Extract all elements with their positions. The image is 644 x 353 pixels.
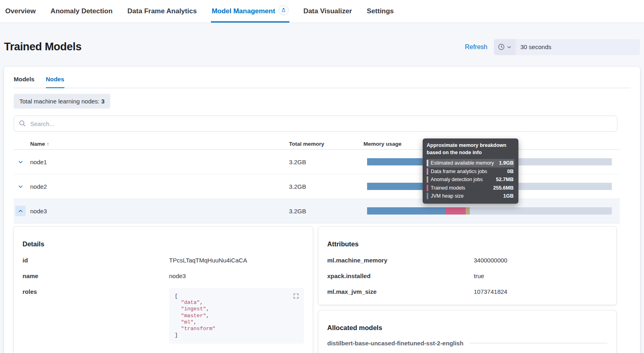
allocated-models-panel: Allocated models distilbert-base-uncased… — [318, 310, 616, 353]
sort-asc-icon: ↑ — [47, 141, 50, 147]
expand-row-button-node2[interactable] — [15, 181, 26, 192]
fullscreen-expand-icon[interactable] — [292, 292, 300, 301]
code-line: ] — [175, 332, 298, 339]
tooltip-item-value: 52.7MB — [496, 177, 514, 182]
nav-tab-label: Model Management — [212, 7, 275, 15]
nav-tab-label: Data Frame Analytics — [128, 7, 197, 15]
attributes-panel: Attributes ml.machine_memory 3400000000 … — [318, 227, 616, 305]
memory-tooltip-items: Estimated available memory1.9GBData fram… — [427, 159, 514, 200]
tooltip-item-label: Data frame analytics jobs — [431, 169, 507, 174]
tab-models[interactable]: Models — [14, 76, 35, 88]
code-line: "data", — [175, 299, 298, 306]
nav-tab-label: Anomaly Detection — [51, 7, 113, 15]
total-nodes-badge: Total machine learning nodes: 3 — [14, 94, 110, 109]
search-icon — [19, 120, 26, 128]
nav-tab-data-visualizer[interactable]: Data Visualizer — [303, 0, 352, 23]
allocated-model-header: distilbert-base-uncased-finetuned-sst-2-… — [327, 340, 607, 347]
right-panels-column: Attributes ml.machine_memory 3400000000 … — [318, 227, 616, 353]
tooltip-series-marker — [427, 160, 428, 166]
allocated-model-name: distilbert-base-uncased-finetuned-sst-2-… — [327, 340, 463, 347]
node-total-memory: 3.2GB — [289, 208, 363, 215]
nav-tab-settings[interactable]: Settings — [367, 0, 394, 23]
nav-tab-anomaly-detection[interactable]: Anomaly Detection — [51, 0, 113, 23]
node-total-memory: 3.2GB — [289, 183, 363, 190]
detail-row-name: name node3 — [23, 272, 304, 279]
beaker-icon — [279, 5, 289, 15]
refresh-interval-value: 30 seconds — [516, 43, 551, 50]
tooltip-series-marker — [427, 176, 428, 183]
tooltip-item: JVM heap size1GB — [427, 192, 514, 200]
table-row-node3: node3 3.2GB — [14, 199, 620, 223]
tooltip-series-marker — [427, 168, 428, 175]
tooltip-series-marker — [427, 185, 428, 191]
search-input[interactable] — [14, 116, 617, 132]
expand-row-button-node1[interactable] — [15, 157, 26, 167]
tab-nodes[interactable]: Nodes — [46, 76, 64, 88]
search-bar — [14, 116, 617, 132]
table-row-node1: node1 3.2GB — [14, 150, 620, 174]
table-row-node2: node2 3.2GB — [14, 174, 620, 199]
code-line: "ingest", — [175, 306, 298, 312]
tooltip-item-value: 0B — [507, 169, 514, 174]
column-header-total-memory: Total memory — [289, 141, 363, 147]
details-title: Details — [23, 240, 304, 248]
top-navigation: Overview Anomaly Detection Data Frame An… — [0, 0, 644, 23]
roles-code-block: [ "data", "ingest", "master", "ml", "tra… — [169, 288, 304, 344]
refresh-button[interactable]: Refresh — [465, 43, 487, 51]
clock-icon — [498, 43, 505, 50]
code-line: "master", — [175, 313, 298, 319]
roles-code: [ "data", "ingest", "master", "ml", "tra… — [175, 293, 298, 339]
chevron-down-icon — [507, 45, 512, 50]
tooltip-item-label: Anomaly detection jobs — [431, 177, 496, 182]
nodes-table: Name↑ Total memory Memory usage node1 3.… — [14, 138, 620, 223]
node-name: node2 — [30, 183, 289, 190]
memory-bar-segment — [367, 207, 446, 215]
memory-bar-segment — [470, 207, 612, 215]
table-header-row: Name↑ Total memory Memory usage — [14, 138, 620, 150]
details-panel: Details id TPcsLTaqTMqHuuNu4iCaCA name n… — [14, 227, 313, 353]
tooltip-title: Approximate memory breakdown based on th… — [427, 142, 514, 156]
page-header: Trained Models Refresh 30 seconds — [0, 23, 644, 67]
tooltip-item: Trained models255.6MB — [427, 184, 514, 192]
attributes-title: Attributes — [327, 240, 607, 248]
nav-tab-overview[interactable]: Overview — [5, 0, 36, 23]
node-name: node1 — [30, 159, 289, 165]
detail-row-roles: roles [ "data", "ingest", "master", "ml"… — [23, 288, 304, 344]
tooltip-item: Anomaly detection jobs52.7MB — [427, 175, 514, 184]
tooltip-item-label: Trained models — [431, 185, 493, 191]
node-total-memory: 3.2GB — [289, 159, 363, 165]
attribute-row: ml.max_jvm_size 1073741824 — [327, 288, 607, 295]
tooltip-item-label: JVM heap size — [431, 193, 503, 199]
memory-bar-segment — [446, 207, 466, 215]
tooltip-item: Estimated available memory1.9GB — [427, 159, 514, 167]
tooltip-item-label: Estimated available memory — [431, 160, 499, 166]
column-header-name[interactable]: Name↑ — [30, 141, 289, 147]
tooltip-item: Data frame analytics jobs0B — [427, 167, 514, 176]
collapse-row-button-node3[interactable] — [15, 206, 26, 216]
models-nodes-tabs: Models Nodes — [14, 76, 630, 88]
divider — [469, 343, 607, 343]
total-nodes-count: 3 — [101, 98, 104, 105]
total-nodes-label: Total machine learning nodes: — [19, 98, 99, 105]
nav-tab-label: Overview — [5, 7, 36, 15]
node3-expanded-details: Details id TPcsLTaqTMqHuuNu4iCaCA name n… — [14, 227, 630, 353]
code-line: "transform" — [175, 326, 298, 332]
nav-tab-label: Data Visualizer — [303, 7, 352, 15]
page-title: Trained Models — [4, 41, 81, 53]
header-actions: Refresh 30 seconds — [465, 39, 640, 55]
refresh-interval-menu-button[interactable] — [494, 39, 516, 55]
allocated-models-title: Allocated models — [327, 324, 607, 332]
nav-tab-model-management[interactable]: Model Management — [212, 0, 289, 23]
tooltip-item-value: 1GB — [503, 193, 514, 199]
nav-tab-label: Settings — [367, 7, 394, 15]
tooltip-item-value: 1.9GB — [499, 160, 514, 166]
attribute-row: xpack.installed true — [327, 272, 607, 279]
tooltip-series-marker — [427, 193, 428, 199]
attribute-row: ml.machine_memory 3400000000 — [327, 257, 607, 264]
memory-usage-bar-node3[interactable] — [367, 207, 612, 215]
code-line: "ml", — [175, 319, 298, 326]
memory-bar-segment — [466, 207, 470, 215]
tooltip-item-value: 255.6MB — [493, 185, 514, 191]
refresh-interval-picker[interactable]: 30 seconds — [494, 39, 640, 55]
nav-tab-data-frame-analytics[interactable]: Data Frame Analytics — [128, 0, 197, 23]
